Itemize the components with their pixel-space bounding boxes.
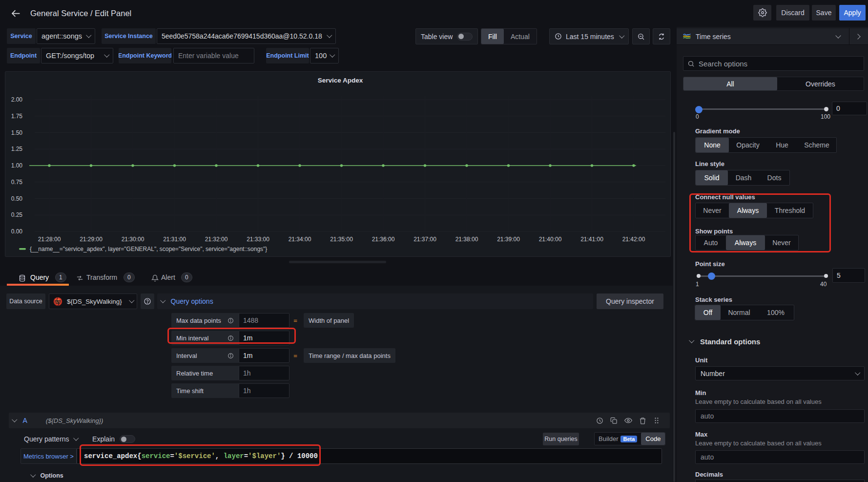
svg-text:21:42:00: 21:42:00 xyxy=(622,236,645,243)
svg-text:0.25: 0.25 xyxy=(11,211,23,218)
svg-text:21:33:00: 21:33:00 xyxy=(247,236,269,243)
svg-text:1.00: 1.00 xyxy=(11,162,23,169)
svg-text:1.75: 1.75 xyxy=(11,113,23,120)
svg-text:21:41:00: 21:41:00 xyxy=(580,236,603,243)
svg-text:21:39:00: 21:39:00 xyxy=(497,236,520,243)
svg-text:0.00: 0.00 xyxy=(11,228,23,235)
svg-text:2.00: 2.00 xyxy=(11,96,23,103)
svg-text:21:30:00: 21:30:00 xyxy=(122,236,145,243)
svg-text:21:40:00: 21:40:00 xyxy=(539,236,562,243)
svg-text:21:37:00: 21:37:00 xyxy=(413,236,436,243)
svg-text:21:36:00: 21:36:00 xyxy=(372,236,395,243)
svg-text:21:34:00: 21:34:00 xyxy=(289,236,311,243)
svg-text:21:28:00: 21:28:00 xyxy=(38,236,61,243)
svg-text:0.75: 0.75 xyxy=(11,179,23,186)
svg-text:0.50: 0.50 xyxy=(11,195,23,202)
svg-text:{__name__="service_apdex", lay: {__name__="service_apdex", layer="GENERA… xyxy=(30,246,267,252)
svg-text:1.50: 1.50 xyxy=(11,129,23,136)
svg-text:1.25: 1.25 xyxy=(11,146,23,152)
svg-text:21:35:00: 21:35:00 xyxy=(330,236,353,243)
svg-text:Service Apdex: Service Apdex xyxy=(318,77,363,84)
svg-text:21:31:00: 21:31:00 xyxy=(163,236,186,243)
svg-text:21:38:00: 21:38:00 xyxy=(455,236,478,243)
svg-text:21:32:00: 21:32:00 xyxy=(205,236,228,243)
svg-text:21:29:00: 21:29:00 xyxy=(80,236,103,243)
